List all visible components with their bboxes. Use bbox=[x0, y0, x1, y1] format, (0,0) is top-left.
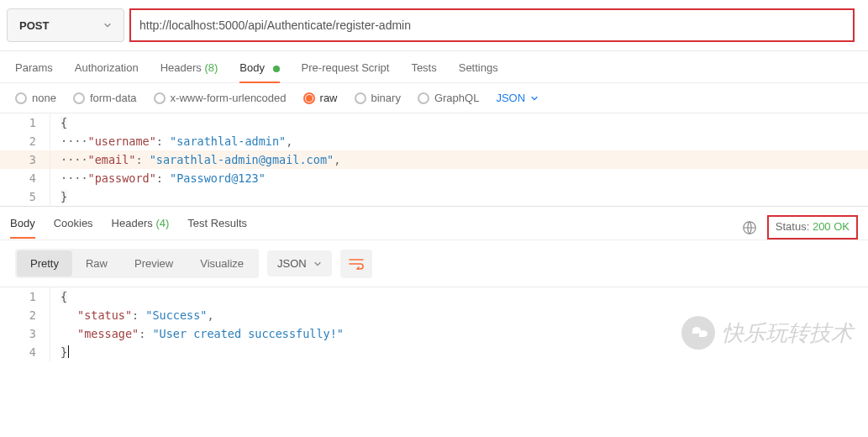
response-format-select[interactable]: JSON bbox=[267, 250, 332, 276]
chevron-down-icon bbox=[530, 94, 539, 103]
view-segmented: Pretty Raw Preview Visualize bbox=[15, 249, 259, 278]
line-number: 2 bbox=[0, 306, 50, 324]
radio-icon bbox=[355, 92, 366, 104]
watermark-icon bbox=[681, 316, 715, 350]
line-number: 4 bbox=[0, 343, 50, 361]
tab-settings[interactable]: Settings bbox=[459, 61, 498, 82]
radio-icon bbox=[15, 92, 27, 104]
url-value: http://localhost:5000/api/Authenticate/r… bbox=[139, 18, 411, 32]
radio-icon bbox=[303, 92, 315, 104]
line-number: 1 bbox=[0, 287, 50, 306]
radio-icon bbox=[73, 92, 85, 104]
radio-raw[interactable]: raw bbox=[303, 92, 338, 104]
status-badge: Status: 200 OK bbox=[767, 215, 858, 240]
resp-tab-headers-count: (4) bbox=[155, 217, 169, 229]
body-format-select[interactable]: JSON bbox=[496, 92, 539, 104]
seg-visualize[interactable]: Visualize bbox=[187, 250, 257, 276]
radio-icon bbox=[418, 92, 429, 104]
wrap-icon bbox=[349, 258, 364, 270]
tab-headers-label: Headers bbox=[160, 61, 202, 74]
radio-form-data[interactable]: form-data bbox=[73, 92, 137, 104]
line-number: 3 bbox=[0, 324, 50, 343]
response-format-label: JSON bbox=[277, 257, 307, 270]
radio-icon bbox=[154, 92, 166, 104]
resp-tab-cookies[interactable]: Cookies bbox=[54, 217, 93, 238]
tab-authorization[interactable]: Authorization bbox=[75, 61, 139, 82]
line-number: 2 bbox=[0, 132, 50, 150]
line-number: 3 bbox=[0, 150, 50, 169]
radio-urlencoded[interactable]: x-www-form-urlencoded bbox=[154, 92, 287, 104]
request-tabstrip: Params Authorization Headers (8) Body Pr… bbox=[0, 51, 868, 83]
body-type-row: none form-data x-www-form-urlencoded raw… bbox=[0, 83, 868, 113]
resp-tab-body[interactable]: Body bbox=[10, 217, 35, 238]
radio-none[interactable]: none bbox=[15, 92, 56, 104]
seg-raw[interactable]: Raw bbox=[72, 250, 121, 276]
radio-graphql[interactable]: GraphQL bbox=[418, 92, 479, 104]
tab-body-label: Body bbox=[239, 61, 265, 74]
seg-pretty[interactable]: Pretty bbox=[17, 250, 72, 276]
resp-tab-headers-label: Headers bbox=[112, 217, 153, 229]
tab-params[interactable]: Params bbox=[15, 61, 53, 82]
wrap-button[interactable] bbox=[340, 250, 372, 278]
response-viewbar: Pretty Raw Preview Visualize JSON bbox=[0, 240, 868, 287]
status-label: Status: bbox=[776, 220, 809, 233]
resp-tab-headers[interactable]: Headers (4) bbox=[112, 217, 170, 238]
tab-headers[interactable]: Headers (8) bbox=[160, 61, 218, 82]
body-format-label: JSON bbox=[496, 92, 525, 104]
method-select[interactable]: POST bbox=[7, 8, 124, 42]
chevron-down-icon bbox=[103, 21, 112, 29]
watermark-text: 快乐玩转技术 bbox=[722, 319, 853, 348]
resp-tab-testresults[interactable]: Test Results bbox=[187, 217, 247, 238]
line-number: 5 bbox=[0, 187, 50, 206]
status-value: 200 OK bbox=[813, 220, 850, 233]
url-input[interactable]: http://localhost:5000/api/Authenticate/r… bbox=[129, 8, 855, 42]
response-tabstrip: Body Cookies Headers (4) Test Results bbox=[10, 217, 247, 238]
watermark: 快乐玩转技术 bbox=[681, 316, 853, 350]
tab-tests[interactable]: Tests bbox=[411, 61, 436, 82]
dot-icon bbox=[273, 66, 280, 72]
seg-preview[interactable]: Preview bbox=[121, 250, 187, 276]
line-number: 1 bbox=[0, 113, 50, 132]
tab-prerequest[interactable]: Pre-request Script bbox=[302, 61, 390, 82]
radio-binary[interactable]: binary bbox=[355, 92, 401, 104]
tab-headers-count: (8) bbox=[204, 61, 218, 74]
tab-body[interactable]: Body bbox=[239, 61, 279, 82]
chevron-down-icon bbox=[313, 260, 322, 268]
request-body-editor[interactable]: 1{ 2····"username": "sarathlal-admin", 3… bbox=[0, 113, 868, 207]
method-label: POST bbox=[19, 19, 49, 32]
line-number: 4 bbox=[0, 169, 50, 187]
globe-icon[interactable] bbox=[742, 220, 757, 235]
